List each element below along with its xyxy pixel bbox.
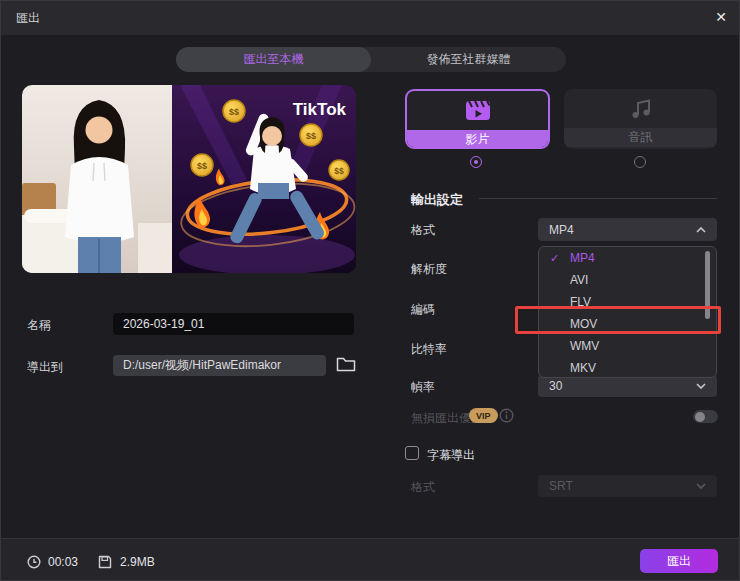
subtitle-label: 字幕導出	[427, 447, 475, 464]
format-options-list: ✓ MP4 AVI FLV MOV WMV MKV	[538, 246, 717, 378]
preview-left-scene	[22, 85, 172, 273]
footer-bar: 00:03 2.9MB 匯出	[1, 538, 740, 581]
lossless-toggle[interactable]	[693, 410, 718, 423]
output-settings-title: 輸出設定	[411, 191, 463, 209]
media-card-audio[interactable]: 音訊	[564, 89, 717, 149]
music-note-icon	[630, 98, 652, 119]
svg-text:$$: $$	[229, 107, 239, 117]
name-label: 名稱	[27, 317, 51, 334]
coin-icon: $$	[191, 154, 213, 176]
media-card-video[interactable]: 影片	[405, 89, 550, 149]
preview-right-scene: $$ $$ $$ $$	[172, 85, 356, 273]
clock-icon	[27, 555, 41, 573]
svg-text:$$: $$	[306, 131, 316, 141]
dropdown-scrollbar[interactable]	[705, 251, 710, 319]
chevron-up-icon	[696, 227, 706, 233]
export-button[interactable]: 匯出	[640, 549, 718, 573]
duration-value: 00:03	[48, 555, 78, 569]
tiktok-watermark: TikTok	[293, 100, 347, 119]
path-label: 導出到	[27, 359, 63, 376]
subtitle-format-label: 格式	[411, 479, 435, 496]
coin-icon: $$	[300, 124, 322, 146]
preview-image: $$ $$ $$ $$	[22, 85, 356, 273]
coin-icon: $$	[223, 100, 245, 122]
check-icon: ✓	[550, 247, 559, 269]
chevron-down-icon	[696, 483, 706, 489]
format-dropdown[interactable]: MP4	[538, 218, 717, 241]
export-path-input[interactable]	[113, 355, 326, 376]
format-option-flv[interactable]: FLV	[539, 291, 716, 313]
section-divider	[479, 198, 717, 199]
title-bar: 匯出 ✕	[1, 1, 740, 35]
dialog-title: 匯出	[16, 10, 40, 27]
chevron-down-icon	[696, 383, 706, 389]
video-preview: $$ $$ $$ $$	[22, 85, 356, 273]
tab-publish-social[interactable]: 發佈至社群媒體	[371, 47, 566, 72]
format-value: MP4	[549, 223, 574, 237]
audio-radio[interactable]	[634, 156, 646, 168]
format-option-mkv[interactable]: MKV	[539, 357, 716, 379]
subtitle-format-value: SRT	[549, 479, 573, 493]
format-option-mov[interactable]: MOV	[539, 313, 716, 335]
export-dialog: 匯出 ✕ 匯出至本機 發佈至社群媒體	[0, 0, 740, 581]
framerate-value: 30	[549, 379, 562, 393]
format-option-wmv[interactable]: WMV	[539, 335, 716, 357]
resolution-label: 解析度	[411, 261, 447, 278]
filesize-value: 2.9MB	[120, 555, 155, 569]
encoding-label: 編碼	[411, 301, 435, 318]
bitrate-label: 比特率	[411, 341, 447, 358]
framerate-label: 幀率	[411, 379, 435, 396]
video-card-label: 影片	[407, 130, 548, 149]
close-icon[interactable]: ✕	[715, 9, 727, 25]
format-label: 格式	[411, 222, 435, 239]
folder-icon	[336, 355, 356, 372]
save-size-icon	[98, 555, 112, 573]
browse-folder-button[interactable]	[334, 353, 358, 377]
toggle-knob	[695, 412, 705, 422]
svg-text:$$: $$	[197, 161, 207, 171]
video-clapper-icon	[465, 100, 491, 121]
tab-export-local[interactable]: 匯出至本機	[176, 47, 371, 72]
subtitle-checkbox[interactable]	[405, 446, 419, 460]
audio-card-label: 音訊	[564, 128, 717, 147]
export-tab-bar: 匯出至本機 發佈至社群媒體	[176, 47, 566, 72]
vip-badge: VIP	[469, 408, 498, 423]
coin-icon: $$	[329, 160, 349, 180]
info-icon	[499, 408, 514, 427]
name-input[interactable]	[113, 313, 354, 335]
subtitle-format-dropdown: SRT	[538, 475, 717, 497]
format-option-mp4[interactable]: ✓ MP4	[539, 247, 716, 269]
svg-text:$$: $$	[334, 166, 344, 176]
video-radio[interactable]	[470, 156, 482, 168]
format-option-avi[interactable]: AVI	[539, 269, 716, 291]
